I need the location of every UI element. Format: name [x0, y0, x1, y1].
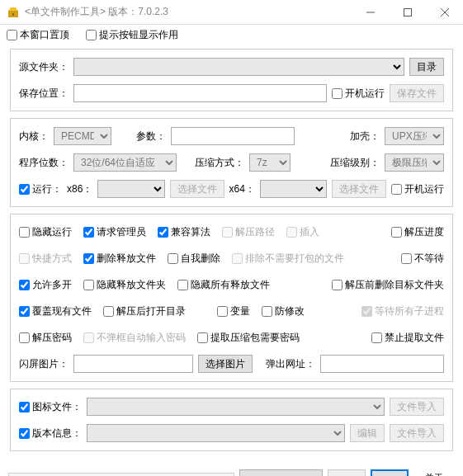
splash-input[interactable]: [73, 355, 193, 373]
popup-url-input[interactable]: [320, 355, 444, 373]
kernel-select[interactable]: PECMD: [54, 127, 111, 145]
options-group: 隐藏运行 请求管理员 兼容算法 解压路径 插入 解压进度 快捷方式 删除释放文件…: [10, 214, 453, 382]
anti-tamper-checkbox[interactable]: 防修改: [262, 304, 305, 318]
show-hints-checkbox[interactable]: 提示按钮显示作用: [86, 28, 178, 42]
x86-select-file-button[interactable]: 选择文件: [170, 180, 224, 198]
version-info-select[interactable]: [87, 424, 345, 442]
variable-checkbox[interactable]: 变量: [217, 304, 250, 318]
boot-run-checkbox-2[interactable]: 开机运行: [391, 182, 444, 196]
hide-release-folder-checkbox[interactable]: 隐藏释放文件夹: [83, 278, 166, 292]
about-link[interactable]: 关于 JexChan: [413, 471, 455, 476]
params-input[interactable]: [171, 127, 295, 145]
compress-method-select[interactable]: 7z: [249, 153, 291, 172]
extract-path-checkbox[interactable]: 解压路径: [222, 225, 275, 239]
del-released-checkbox[interactable]: 删除释放文件: [83, 252, 156, 266]
x64-select-file-button[interactable]: 选择文件: [332, 180, 386, 198]
save-path-label: 保存位置：: [19, 87, 69, 101]
always-on-top-checkbox[interactable]: 本窗口置顶: [7, 28, 69, 42]
no-popup-pwd-checkbox[interactable]: 不弹框自动输入密码: [83, 331, 186, 345]
shortcut-checkbox[interactable]: 快捷方式: [19, 252, 72, 266]
hidden-run-checkbox[interactable]: 隐藏运行: [19, 225, 72, 239]
extract-modify-button[interactable]: 提取/修改/创建: [239, 469, 323, 476]
status-box: [8, 473, 234, 476]
version-info-checkbox[interactable]: 版本信息：: [19, 427, 82, 441]
app-icon: [7, 6, 20, 19]
del-target-before-checkbox[interactable]: 解压前删除目标文件夹: [332, 278, 444, 292]
config-group: 内核： PECMD 参数： 加壳： UPX压缩 程序位数： 32位/64位自适应…: [10, 118, 453, 207]
compat-alg-checkbox[interactable]: 兼容算法: [158, 225, 210, 239]
boot-run-checkbox[interactable]: 开机运行: [332, 87, 385, 101]
run-checkbox[interactable]: 运行：: [19, 182, 62, 196]
compress-level-select[interactable]: 极限压缩: [385, 153, 444, 172]
bits-label: 程序位数：: [19, 156, 69, 170]
forbid-extract-checkbox[interactable]: 禁止提取文件: [371, 331, 444, 345]
minimize-button[interactable]: [352, 0, 389, 24]
kernel-label: 内核：: [19, 130, 49, 144]
x64-select[interactable]: [260, 180, 327, 198]
extract-need-pwd-checkbox[interactable]: 提取压缩包需要密码: [197, 331, 300, 345]
shell-select[interactable]: UPX压缩: [385, 127, 444, 145]
bottom-bar: 提取/修改/创建 制作 退出 关于 JexChan: [0, 464, 463, 476]
req-admin-checkbox[interactable]: 请求管理员: [83, 225, 146, 239]
icon-import-button[interactable]: 文件导入: [390, 398, 444, 416]
icon-file-checkbox[interactable]: 图标文件：: [19, 400, 82, 414]
no-wait-checkbox[interactable]: 不等待: [401, 252, 444, 266]
source-folder-label: 源文件夹：: [19, 60, 69, 74]
exit-button[interactable]: 退出: [371, 469, 409, 476]
title-bar: <单文件制作工具> 版本：7.0.2.3: [0, 0, 463, 25]
window-title: <单文件制作工具> 版本：7.0.2.3: [25, 5, 352, 19]
edit-button[interactable]: 编辑: [350, 424, 385, 442]
overwrite-checkbox[interactable]: 覆盖现有文件: [19, 304, 92, 318]
save-path-input[interactable]: [73, 84, 327, 102]
resource-group: 图标文件： 文件导入 版本信息： 编辑 文件导入: [10, 389, 453, 451]
select-image-button[interactable]: 选择图片: [198, 355, 253, 373]
extract-progress-checkbox[interactable]: 解压进度: [391, 225, 444, 239]
version-import-button[interactable]: 文件导入: [390, 424, 444, 442]
splash-label: 闪屏图片：: [19, 357, 69, 371]
params-label: 参数：: [136, 130, 166, 144]
extract-pwd-checkbox[interactable]: 解压密码: [19, 331, 72, 345]
shell-label: 加壳：: [350, 130, 380, 144]
source-folder-select[interactable]: [73, 58, 404, 76]
catalog-button[interactable]: 目录: [409, 58, 444, 76]
compress-level-label: 压缩级别：: [330, 156, 380, 170]
maximize-button[interactable]: [389, 0, 426, 24]
x64-label: x64：: [229, 182, 255, 196]
open-dir-after-checkbox[interactable]: 解压后打开目录: [103, 304, 186, 318]
x86-label: x86：: [67, 182, 92, 196]
svg-rect-1: [12, 13, 14, 16]
compress-method-label: 压缩方式：: [195, 156, 244, 170]
close-button[interactable]: [426, 0, 463, 24]
bits-select[interactable]: 32位/64位自适应: [73, 153, 177, 172]
svg-rect-3: [404, 8, 411, 16]
allow-multi-checkbox[interactable]: 允许多开: [19, 278, 72, 292]
source-group: 源文件夹： 目录 保存位置： 开机运行 保存文件: [10, 49, 453, 111]
icon-file-select[interactable]: [87, 398, 385, 416]
hide-all-released-checkbox[interactable]: 隐藏所有释放文件: [177, 278, 270, 292]
self-delete-checkbox[interactable]: 自我删除: [168, 252, 220, 266]
save-file-button[interactable]: 保存文件: [390, 84, 444, 102]
wait-all-child-checkbox[interactable]: 等待所有子进程: [361, 304, 444, 318]
exclude-nopack-checkbox[interactable]: 排除不需要打包的文件: [232, 252, 344, 266]
make-button[interactable]: 制作: [328, 469, 366, 476]
popup-url-label: 弹出网址：: [266, 357, 315, 371]
insert-checkbox[interactable]: 插入: [286, 225, 319, 239]
x86-select[interactable]: [97, 180, 164, 198]
